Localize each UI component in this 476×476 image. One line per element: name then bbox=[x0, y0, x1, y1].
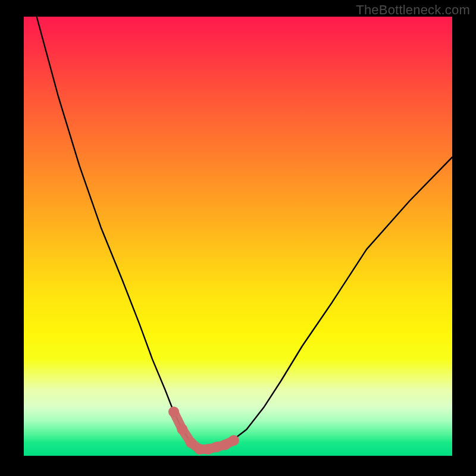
chart-svg bbox=[24, 17, 452, 456]
plot-area bbox=[24, 17, 452, 456]
marker-dot bbox=[177, 424, 187, 435]
marker-dot bbox=[186, 437, 196, 448]
attribution-watermark: TheBottleneck.com bbox=[356, 2, 470, 18]
marker-dot bbox=[228, 435, 239, 446]
marker-dot bbox=[168, 406, 179, 417]
bottleneck-curve bbox=[37, 17, 452, 449]
chart-frame: TheBottleneck.com bbox=[0, 0, 476, 476]
